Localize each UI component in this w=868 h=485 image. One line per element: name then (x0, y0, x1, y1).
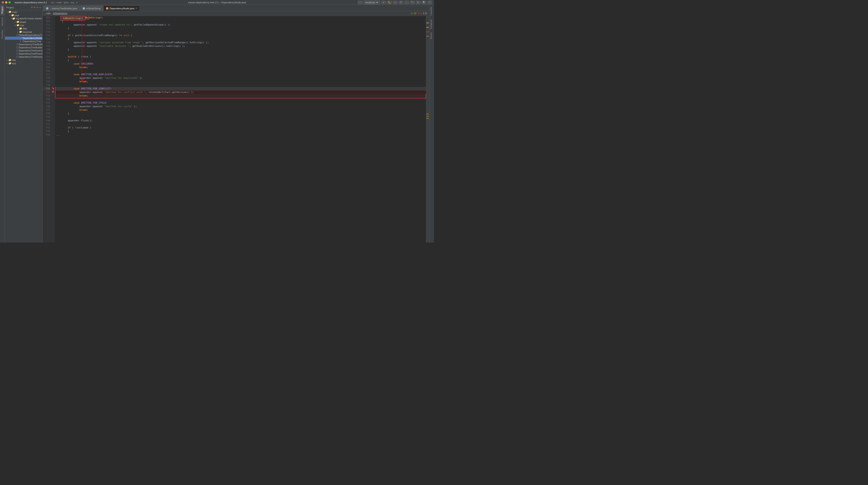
tree-item-filter[interactable]: ▸ 📁 filter (5, 27, 42, 30)
tree-item-dependency-node[interactable]: C DependencyNode (5, 37, 42, 40)
search-button[interactable]: 🔍 (422, 1, 427, 4)
more-button[interactable]: ⋮ (404, 1, 409, 4)
chevron-down-icon: ▼ (376, 1, 378, 4)
expand-arrow: ▾ (6, 11, 8, 13)
tree-item-dependency-tree[interactable]: C DependencyTree (5, 40, 42, 43)
scrollbar-current-mark2 (427, 116, 429, 117)
back-button[interactable]: ← (358, 1, 363, 4)
close-button[interactable] (2, 1, 4, 4)
code-editor: toNodeString() 681 682 713 714 715 716 7… (42, 16, 429, 243)
project-header-title: Project (6, 6, 14, 9)
right-tab-database[interactable]: Database (429, 18, 434, 31)
code-line-714: } (56, 27, 426, 30)
tree-item-tree-builder[interactable]: C DependencyTreeBuilder (5, 43, 42, 46)
tree-item-main[interactable]: ▾ 📁 main (5, 10, 42, 13)
code-line-730 (56, 84, 426, 87)
run-button[interactable]: ▶ (381, 1, 386, 4)
code-line-718: appender.append( "version selected from … (56, 41, 426, 44)
code-line-715 (56, 30, 426, 34)
collapse-all-icon[interactable]: ⊟ (31, 5, 33, 9)
editor-area: C ...ndencyTreeBuilder.java m toNodeStri… (42, 5, 429, 243)
traffic-lights (2, 1, 11, 4)
class-icon: C (17, 46, 18, 49)
help-button[interactable]: ? (427, 1, 432, 4)
class-icon: C (17, 52, 18, 55)
breadcrumb-method[interactable]: toNodeString (53, 12, 67, 14)
class-icon: C (17, 34, 18, 36)
project-name: maven-dependency-tree-2.1 (14, 1, 47, 4)
maximize-button[interactable] (8, 1, 11, 4)
class-icon: C (17, 49, 18, 52)
left-side-tabs: Project Structure Favorites (0, 5, 5, 243)
tree-item-builder-exception[interactable]: C DependencyTreeBuilderException (5, 46, 42, 49)
project-header-icons: ⊟ ⊞ ⚙ ✕ (31, 5, 41, 9)
tree-item-graph[interactable]: ▸ 📁 graph (5, 20, 42, 24)
code-line-721 (56, 52, 426, 55)
tree-item-test[interactable]: ▸ 📁 test (5, 62, 42, 65)
code-line-720: } (56, 48, 426, 52)
editor-scrollbar[interactable] (426, 16, 429, 243)
expand-all-icon[interactable]: ⊞ (33, 5, 35, 9)
tree-item-traversal[interactable]: ▸ 📁 traversal (5, 30, 42, 33)
folder-icon: 📁 (11, 14, 14, 17)
coverage-button[interactable]: ☂ (393, 1, 398, 4)
folder-icon: 📁 (8, 10, 11, 13)
profile-button[interactable]: ⏱ (399, 1, 403, 4)
project-panel-header: Project ⊟ ⊞ ⚙ ✕ (5, 5, 42, 10)
settings-button[interactable]: ⚙ (416, 1, 421, 4)
tab-tonode-label: toNodeString (86, 7, 100, 10)
tree-item-preorder-iterator[interactable]: C DependencyTreePreorderIterator (5, 52, 42, 55)
code-line-732: appender.append( "omitted for conflict w… (56, 91, 426, 94)
call-hierarchy-line (82, 16, 82, 80)
code-line-728: appender.append( "omitted for duplicate"… (56, 76, 426, 80)
sidebar-tab-favorites[interactable]: Favorites (0, 28, 4, 40)
tab-close-icon[interactable]: ✕ (135, 7, 137, 10)
code-line-681: public String toNodeString() (56, 16, 426, 20)
tree-item-resolution-listener[interactable]: C DependencyTreeResolutionListener (5, 55, 42, 58)
code-line-744: ... (56, 133, 426, 137)
scrollbar-current-mark3 (427, 118, 429, 119)
arrow-head (80, 79, 84, 82)
code-line-725: break; (56, 66, 426, 69)
localhost-selector[interactable]: localhost ▼ (364, 0, 380, 4)
code-line-724: case INCLUDED: (56, 62, 426, 66)
code-line-726 (56, 69, 426, 73)
sidebar: Project ⊟ ⊞ ⚙ ✕ ▾ 📁 main ▾ 📁 j (5, 5, 42, 243)
code-line-735: case OMITTED_FOR_CYCLE: (56, 101, 426, 105)
sidebar-tab-structure[interactable]: Structure (0, 15, 4, 28)
right-tab-translate[interactable]: Translate (429, 5, 434, 18)
folder-icon: 📁 (12, 17, 15, 20)
tree-item-tree[interactable]: ▾ 📁 tree (5, 24, 42, 27)
tab-dependency-node[interactable]: C DependencyNode.java ✕ (103, 5, 140, 11)
code-line-723: { (56, 59, 426, 62)
tree-item-site[interactable]: ▸ 📁 site (5, 58, 42, 62)
code-content[interactable]: toNodeString() public String toNodeStrin… (55, 16, 426, 243)
code-line-727: case OMITTED_FOR_DUPLICATE: (56, 73, 426, 76)
breadcrumb: src › main › java › org › a (51, 1, 78, 4)
tab-tonode[interactable]: m toNodeString (80, 5, 103, 11)
folder-icon: 📁 (8, 59, 11, 61)
code-line-740: appender.flush(); (56, 119, 426, 122)
debug-button[interactable]: 🐛 (387, 1, 392, 4)
tree-item-default-builder[interactable]: C DefaultDependencyTreeBuilder (5, 33, 42, 37)
code-line-739 (56, 115, 426, 119)
close-icon[interactable]: ✕ (39, 5, 41, 9)
tab-builder[interactable]: C ...ndencyTreeBuilder.java (43, 5, 80, 11)
class-icon: C (17, 43, 18, 46)
minimize-button[interactable] (5, 1, 7, 4)
code-line-738: } (56, 112, 426, 115)
build-button[interactable]: 🔨 (410, 1, 415, 4)
right-tab-maven[interactable]: Maven (429, 31, 434, 41)
settings-icon[interactable]: ⚙ (36, 5, 38, 9)
tabs-bar: C ...ndencyTreeBuilder.java m toNodeStri… (42, 5, 429, 11)
tree-item-inverse-iterator[interactable]: C DependencyTreeInverseIterator (5, 49, 42, 52)
titlebar-left: maven-dependency-tree-2.1 › src › main ›… (2, 1, 78, 4)
scrollbar-warning-mark (427, 23, 429, 23)
tree-item-org[interactable]: ▾ 📁 org.apache.maven.shared.dependency (5, 17, 42, 20)
window-title: maven-dependency-tree-2.1 – DependencyNo… (188, 1, 246, 4)
right-side-tabs: Translate Database Maven (429, 5, 434, 243)
tree-item-java[interactable]: ▾ 📁 java (5, 13, 42, 17)
code-line-729: break; (56, 80, 426, 84)
sidebar-tab-project[interactable]: Project (0, 5, 4, 15)
code-line-682: { (56, 20, 426, 23)
